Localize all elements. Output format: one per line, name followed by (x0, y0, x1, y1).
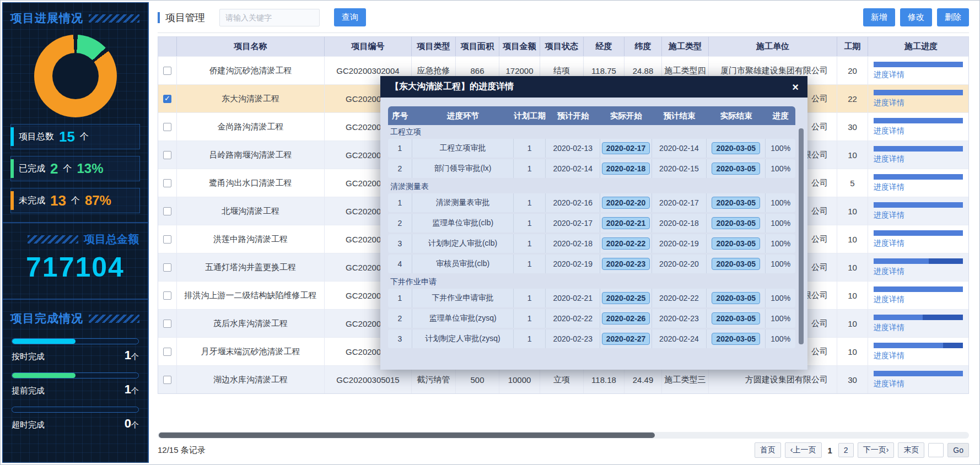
project-name-cell: 侨建沟沉砂池清淤工程 (177, 56, 325, 84)
row-checkbox[interactable] (163, 207, 171, 215)
progress-detail-link[interactable]: 进度详情 (874, 267, 963, 277)
page-number-input[interactable] (928, 443, 944, 457)
progress-detail-link[interactable]: 进度详情 (874, 154, 963, 164)
construction-progress-cell: 进度详情 (868, 140, 968, 169)
row-checkbox[interactable] (163, 348, 171, 356)
duration-cell: 30 (837, 112, 868, 140)
amount-panel-title-text: 项目总金额 (84, 232, 139, 247)
pagination-go-button[interactable]: Go (947, 443, 969, 457)
step-name: 下井作业申请审批 (412, 289, 514, 307)
step-plan-duration: 1 (514, 309, 546, 328)
pagination-first-button[interactable]: 首页 (755, 442, 781, 458)
progress-detail-link[interactable]: 进度详情 (874, 295, 963, 305)
completion-bar-track (12, 372, 139, 379)
act-end-pill: 2020-03-05 (712, 197, 760, 209)
modal-header-step: 进度环节 (412, 106, 514, 125)
step-seq: 3 (388, 329, 412, 348)
row-checkbox[interactable] (163, 320, 171, 328)
act-start-pill: 2020-02-17 (602, 142, 650, 154)
pagination-page-2-button[interactable]: 2 (838, 443, 854, 457)
progress-detail-link[interactable]: 进度详情 (874, 98, 963, 108)
modal-step-row: 1 清淤测量表审批 1 2020-02-16 2020-02-20 2020-0… (388, 193, 795, 212)
completion-bar-track (12, 338, 139, 344)
progress-bar (874, 90, 963, 95)
horizontal-scrollbar-thumb[interactable] (159, 432, 655, 438)
add-button[interactable]: 新增 (863, 8, 895, 26)
completion-bar-fill (12, 373, 76, 378)
step-act-end: 2020-03-05 (707, 329, 766, 348)
delete-button[interactable]: 删除 (937, 8, 969, 26)
step-est-start: 2020-02-18 (546, 234, 600, 253)
header-checkbox-cell (158, 37, 177, 56)
project-name-cell: 茂后水库沟清淤工程 (177, 309, 325, 337)
step-progress: 100% (766, 309, 795, 328)
horizontal-scrollbar-track[interactable] (158, 432, 969, 439)
progress-detail-link[interactable]: 进度详情 (874, 379, 963, 389)
progress-detail-link[interactable]: 进度详情 (874, 182, 963, 192)
pagination-last-button[interactable]: 末页 (898, 442, 924, 458)
row-checkbox[interactable] (163, 123, 171, 131)
duration-cell: 10 (837, 197, 868, 225)
step-act-start: 2020-02-18 (600, 159, 651, 178)
act-end-pill: 2020-03-05 (712, 163, 760, 175)
pagination-prev-button[interactable]: ‹上一页 (785, 442, 822, 458)
edit-button[interactable]: 修改 (900, 8, 932, 26)
step-est-start: 2020-02-23 (546, 329, 600, 348)
row-checkbox[interactable] (163, 291, 171, 300)
modal-header-plan-duration: 计划工期 (514, 106, 546, 125)
progress-detail-link[interactable]: 进度详情 (874, 323, 963, 333)
duration-cell: 30 (837, 365, 868, 393)
construction-progress-cell: 进度详情 (868, 225, 968, 253)
completion-label: 超时完成 (12, 420, 45, 430)
stat-accent-bar (10, 159, 14, 178)
modal-scrollbar-thumb[interactable] (799, 128, 804, 344)
progress-detail-link[interactable]: 进度详情 (874, 239, 963, 248)
progress-bar-main-segment (874, 202, 963, 208)
close-icon[interactable]: × (792, 82, 799, 93)
search-input[interactable] (219, 9, 320, 26)
modal-header: 【东大沟清淤工程】的进度详情 × (380, 76, 807, 98)
row-checkbox[interactable] (163, 235, 171, 244)
row-checkbox[interactable] (163, 376, 171, 384)
step-plan-duration: 1 (514, 214, 546, 233)
progress-panel-title-text: 项目进展情况 (10, 10, 83, 26)
row-checkbox[interactable] (163, 263, 171, 272)
completion-count: 0个 (125, 417, 139, 431)
progress-detail-link[interactable]: 进度详情 (874, 351, 963, 361)
modal-header-act-end: 实际结束 (707, 106, 766, 125)
search-button[interactable]: 查询 (334, 8, 366, 26)
act-end-pill: 2020-03-05 (712, 237, 760, 250)
sidebar-divider (3, 222, 148, 223)
duration-cell: 5 (837, 169, 868, 197)
construction-progress-cell: 进度详情 (868, 169, 968, 197)
progress-detail-link[interactable]: 进度详情 (874, 210, 963, 220)
progress-detail-link[interactable]: 进度详情 (874, 70, 963, 80)
progress-bar (874, 174, 963, 180)
header-duration: 工期 (837, 37, 868, 56)
donut-chart (34, 35, 117, 117)
row-checkbox-cell (158, 225, 177, 253)
header-project-name: 项目名称 (177, 37, 325, 56)
step-est-start: 2020-02-16 (546, 193, 600, 212)
completion-item: 超时完成 0个 (12, 407, 139, 431)
completion-panel-title: 项目完成情况 (3, 303, 148, 328)
pagination-page-1-current[interactable]: 1 (826, 446, 834, 455)
header-longitude: 经度 (584, 37, 624, 56)
step-name: 监理单位审批(zysq) (412, 309, 514, 328)
row-checkbox[interactable] (163, 151, 171, 159)
progress-detail-link[interactable]: 进度详情 (874, 126, 963, 136)
progress-bar-main-segment (874, 62, 963, 67)
row-checkbox[interactable] (163, 179, 171, 187)
modal-step-row: 3 计划制定人审批(zysq) 1 2020-02-23 2020-02-27 … (388, 329, 795, 348)
step-act-end: 2020-03-05 (707, 289, 766, 307)
progress-bar (874, 286, 963, 292)
modal-table-header-row: 序号 进度环节 计划工期 预计开始 实际开始 预计结束 实际结束 进度 (388, 106, 795, 125)
step-est-start: 2020-02-13 (546, 139, 600, 158)
step-act-end: 2020-03-05 (707, 234, 766, 253)
row-checkbox[interactable] (163, 67, 171, 75)
stat-value: 15 (59, 128, 75, 145)
row-checkbox[interactable] (163, 95, 171, 103)
header-project-type: 项目类型 (412, 37, 456, 56)
pagination-next-button[interactable]: 下一页› (858, 442, 895, 458)
step-plan-duration: 1 (514, 193, 546, 212)
